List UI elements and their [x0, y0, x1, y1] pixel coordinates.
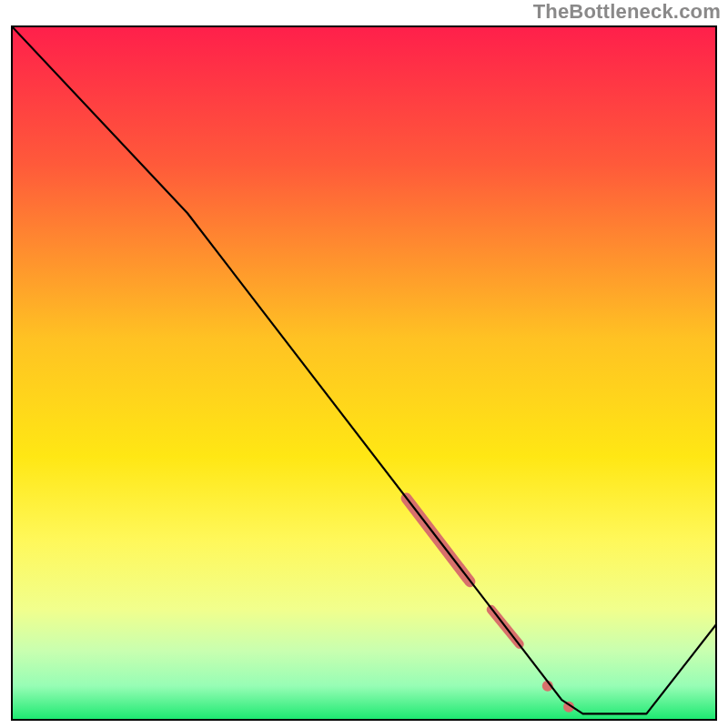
- plot-background: [11, 25, 717, 721]
- bottleneck-chart: [11, 25, 717, 721]
- chart-container: TheBottleneck.com: [0, 0, 728, 728]
- watermark-text: TheBottleneck.com: [533, 0, 721, 24]
